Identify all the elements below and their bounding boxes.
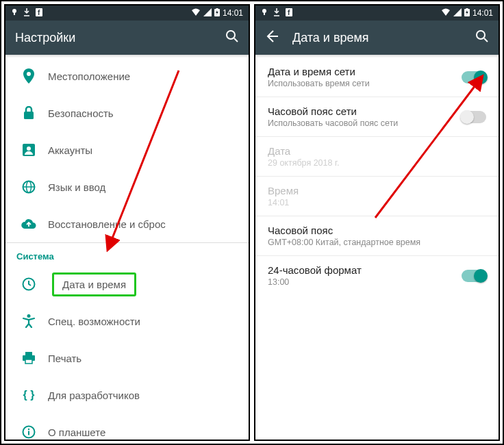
accessibility-icon <box>16 314 41 328</box>
toggle-network-time[interactable] <box>462 71 486 84</box>
app-bar: Дата и время <box>255 21 499 55</box>
settings-item-label: Аккаунты <box>41 144 238 156</box>
section-header-system: Система <box>5 242 249 266</box>
setting-title: 24-часовой формат <box>268 264 462 276</box>
search-icon[interactable] <box>475 29 489 47</box>
svg-point-16 <box>27 314 31 318</box>
datetime-list: Дата и время сети Использовать время сет… <box>255 58 499 440</box>
settings-item-label: Местоположение <box>41 71 238 82</box>
settings-item-print[interactable]: Печать <box>5 340 249 377</box>
svg-rect-9 <box>24 112 34 119</box>
svg-point-11 <box>27 147 31 151</box>
highlight-box: Дата и время <box>52 272 136 296</box>
setting-time: Время 14:01 <box>255 177 499 216</box>
backup-icon <box>16 218 41 229</box>
setting-network-timezone[interactable]: Часовой пояс сети Использовать часовой п… <box>255 97 499 136</box>
setting-title: Часовой пояс сети <box>268 105 462 117</box>
facebook-icon: f <box>36 8 42 18</box>
info-icon <box>16 425 41 439</box>
setting-subtitle: GMT+08:00 Китай, стандартное время <box>268 238 486 247</box>
lock-icon <box>16 106 41 120</box>
settings-item-developer[interactable]: { } Для разработчиков <box>5 377 249 414</box>
settings-item-backup[interactable]: Восстановление и сброс <box>5 205 249 242</box>
settings-item-datetime[interactable]: Дата и время <box>5 266 249 303</box>
app-bar-title: Настройки <box>15 31 212 45</box>
clock-icon <box>16 277 41 291</box>
setting-subtitle: Использовать часовой пояс сети <box>268 118 462 128</box>
svg-rect-22 <box>28 431 29 435</box>
setting-title: Часовой пояс <box>268 225 486 236</box>
download-icon <box>23 8 30 18</box>
svg-rect-29 <box>466 8 468 10</box>
setting-subtitle: 14:01 <box>268 198 486 207</box>
settings-item-label: Печать <box>41 353 238 364</box>
svg-point-8 <box>27 72 31 76</box>
settings-item-label: Безопасность <box>41 107 238 119</box>
dev-icon: { } <box>16 389 41 401</box>
setting-subtitle: Использовать время сети <box>268 79 462 88</box>
settings-item-label: Спец. возможности <box>41 316 238 327</box>
status-time: 14:01 <box>223 8 243 18</box>
svg-point-30 <box>477 31 485 39</box>
setting-title: Дата и время сети <box>268 66 462 77</box>
print-icon <box>16 352 41 364</box>
app-bar-title: Дата и время <box>292 31 462 45</box>
toggle-network-timezone[interactable] <box>462 111 486 123</box>
keyhole-icon <box>11 8 18 18</box>
search-icon[interactable] <box>225 29 239 47</box>
svg-line-31 <box>484 38 488 42</box>
settings-item-about[interactable]: О планшете <box>5 414 249 440</box>
settings-item-label: Язык и ввод <box>41 181 238 193</box>
wifi-icon <box>191 8 201 18</box>
battery-icon <box>464 8 470 18</box>
setting-subtitle: 13:00 <box>268 277 462 287</box>
wifi-icon <box>441 8 451 18</box>
svg-rect-25 <box>264 12 265 15</box>
keyhole-icon <box>261 8 268 18</box>
setting-network-time[interactable]: Дата и время сети Использовать время сет… <box>255 58 499 97</box>
svg-rect-1 <box>14 12 15 15</box>
setting-title: Время <box>268 185 486 196</box>
status-bar: f 14:01 <box>255 5 499 21</box>
setting-24h-format[interactable]: 24-часовой формат 13:00 <box>255 256 499 295</box>
settings-item-security[interactable]: Безопасность <box>5 94 249 131</box>
settings-item-label: О планшете <box>41 427 238 438</box>
settings-item-language[interactable]: Язык и ввод <box>5 168 249 205</box>
svg-rect-19 <box>25 359 32 364</box>
svg-line-7 <box>234 38 238 42</box>
svg-point-21 <box>28 429 29 430</box>
signal-icon <box>453 8 462 18</box>
settings-item-label: Дата и время <box>41 279 238 290</box>
settings-item-location[interactable]: Местоположение <box>5 58 249 94</box>
battery-icon <box>214 8 220 18</box>
settings-item-label: Для разработчиков <box>41 390 238 401</box>
setting-date: Дата 29 октября 2018 г. <box>255 137 499 176</box>
facebook-icon: f <box>286 8 292 18</box>
status-bar: f 14:01 <box>5 5 249 21</box>
location-icon <box>16 68 41 84</box>
toggle-24h-format[interactable] <box>462 270 486 282</box>
status-time: 14:01 <box>473 8 493 18</box>
app-bar: Настройки <box>5 21 249 55</box>
settings-screen: f 14:01 Настройки <box>4 4 250 441</box>
settings-item-label: Восстановление и сброс <box>41 218 238 230</box>
back-icon[interactable] <box>265 29 279 47</box>
svg-rect-5 <box>216 8 218 10</box>
account-icon <box>16 144 41 156</box>
setting-title: Дата <box>268 145 486 157</box>
settings-item-accessibility[interactable]: Спец. возможности <box>5 303 249 340</box>
globe-icon <box>16 180 41 194</box>
setting-timezone[interactable]: Часовой пояс GMT+08:00 Китай, стандартно… <box>255 216 499 255</box>
svg-rect-18 <box>25 352 32 355</box>
datetime-screen: f 14:01 Дата и время <box>254 4 500 441</box>
setting-subtitle: 29 октября 2018 г. <box>268 158 486 168</box>
svg-point-6 <box>227 31 235 39</box>
download-icon <box>273 8 280 18</box>
signal-icon <box>203 8 212 18</box>
settings-list: Местоположение Безопасность Аккаунты Язы… <box>5 58 249 440</box>
settings-item-accounts[interactable]: Аккаунты <box>5 131 249 168</box>
